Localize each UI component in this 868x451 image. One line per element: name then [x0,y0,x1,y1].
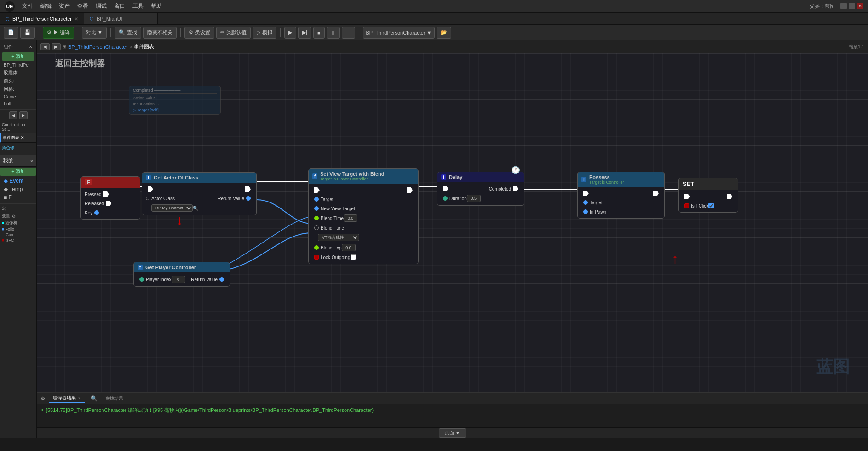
ue-logo[interactable]: UE [5,1,15,12]
minimize-button[interactable]: ─ [840,3,847,9]
node-f-input[interactable]: F Pressed Released Key [80,176,140,220]
tab-find-results[interactable]: 查找结果 [101,394,127,403]
find-button[interactable]: 🔍 查找 [115,27,141,39]
class-settings-button[interactable]: ⚙ 类设置 [184,27,214,39]
player-index-input[interactable] [172,276,185,283]
blend-exp-input[interactable] [342,244,356,251]
pin-set-exec-in[interactable] [684,194,690,199]
tab-bp-thirdperson[interactable]: ⬡ BP_ThirdPersonCharacter ✕ [0,13,84,24]
add-component-button[interactable]: + 添加 [2,52,34,61]
play-single-button[interactable]: ▶| [298,27,311,39]
play-button[interactable]: ▶ [284,27,296,39]
menu-debug[interactable]: 调试 [96,2,107,10]
var-settings-btn[interactable]: ⚙ [12,214,16,219]
actor-class-search[interactable]: 🔍 [193,206,198,211]
menu-view[interactable]: 查看 [77,2,88,10]
lock-outgoing-checkbox[interactable] [351,254,356,260]
pin-set-view-exec-out[interactable] [407,187,413,193]
my-panel-close[interactable]: ✕ [30,159,34,163]
pin-possess-pawn-in[interactable] [583,209,588,214]
pin-get-actor-exec-in[interactable] [148,186,153,192]
menu-file[interactable]: 文件 [22,2,33,10]
pin-set-view-exec-in[interactable] [314,187,320,193]
blend-func-dropdown[interactable]: VT混合线性 [318,234,359,241]
compiler-close[interactable]: ✕ [78,396,81,400]
save-button[interactable]: 💾 [20,27,35,39]
components-close[interactable]: ✕ [29,45,33,49]
menu-window[interactable]: 窗口 [114,2,125,10]
pin-blend-func-in[interactable] [314,226,319,230]
hide-unrelated-button[interactable]: 隐藏不相关 [143,27,177,39]
is-fclick-checkbox[interactable] [708,203,714,208]
menu-tools[interactable]: 工具 [132,2,144,10]
sidebar-item-bp[interactable]: BP_ThirdPe [2,62,34,69]
breadcrumb-root[interactable]: BP_ThirdPersonCharacter [68,44,127,50]
pin-pressed-out[interactable] [103,191,109,197]
breadcrumb-forward[interactable]: ▶ [52,43,61,50]
new-button[interactable]: 📄 [4,27,18,39]
close-button[interactable]: ✕ [857,3,863,9]
pin-blend-time-in[interactable] [314,216,319,220]
actor-class-dropdown[interactable]: BP My Charact... [151,204,193,212]
tab-compiler-results[interactable]: 编译器结果 ✕ [49,394,85,403]
sidebar-item-camera[interactable]: Came [2,93,34,100]
event-graph-tab[interactable]: 事件图表 ✕ [0,133,36,143]
simulate-button[interactable]: ▷ 模拟 [253,27,276,39]
pin-blend-exp-in[interactable] [314,245,319,250]
pause-button[interactable]: ⏸ [327,27,340,39]
blueprint-canvas[interactable]: 返回主控制器 ↑ [37,53,868,392]
diff-button[interactable]: 对比 ▼ [82,27,107,39]
pin-released-out[interactable] [106,201,111,206]
browse-button[interactable]: 📂 [437,27,451,39]
blueprint-dropdown[interactable]: BP_ThirdPersonCharacter ▼ [363,27,435,39]
my-item-temp[interactable]: ◆ Temp [0,185,36,193]
extra-button[interactable]: ⋯ [342,27,355,39]
menu-asset[interactable]: 资产 [59,2,70,10]
my-item-event[interactable]: ◆ Event [0,177,36,185]
sidebar-item-follow[interactable]: Foll [2,100,34,107]
compile-button[interactable]: ⚙ ▶ 编译 [43,27,74,39]
nav-back[interactable]: ◀ [9,111,17,119]
pin-is-fclick-in[interactable] [684,203,689,208]
pin-possess-target-in[interactable] [583,200,588,205]
node-get-player-ctrl[interactable]: f Get Player Controller Player Index Ret… [133,262,230,287]
sidebar-item-capsule[interactable]: 胶囊体: [2,69,34,77]
node-delay[interactable]: 🕐 f Delay Completed Duration [437,172,524,206]
maximize-button[interactable]: □ [849,3,855,9]
stop-button[interactable]: ■ [313,27,325,39]
tab-close-1[interactable]: ✕ [75,17,78,22]
tab-bp-mianui[interactable]: ⬡ BP_MianUI [84,13,158,24]
page-button[interactable]: 页面 ▼ [439,428,466,438]
construction-script-tab[interactable]: Construction Sc... [0,121,36,133]
pin-ctrl-return[interactable] [219,277,224,282]
pin-player-index-in[interactable] [139,277,144,282]
pin-key-out[interactable] [94,210,99,215]
nav-forward[interactable]: ▶ [19,111,28,119]
add-my-button[interactable]: + 添加 [0,168,36,176]
pin-return-value[interactable] [246,196,251,201]
pin-duration-in[interactable] [443,196,448,201]
menu-edit[interactable]: 编辑 [40,2,52,10]
pin-possess-exec-in[interactable] [583,191,589,196]
pin-delay-exec-in[interactable] [443,186,448,191]
pin-possess-exec-out[interactable] [653,191,659,196]
node-set-view-target[interactable]: f Set View Target with Blend Target is P… [308,168,419,264]
node-get-actor[interactable]: f Get Actor Of Class Actor Class Return … [142,172,257,215]
pin-actor-class-in[interactable] [146,197,149,200]
class-defaults-button[interactable]: ✏ 类默认值 [216,27,251,39]
blend-time-input[interactable] [344,214,357,222]
duration-input[interactable] [467,195,481,202]
pin-lock-outgoing-in[interactable] [314,255,319,260]
my-item-f[interactable]: ■ F [0,193,36,202]
node-set[interactable]: SET Is FClick [678,178,738,213]
breadcrumb-back[interactable]: ◀ [40,43,50,50]
sidebar-item-arrow[interactable]: 前头: [2,77,34,85]
sidebar-item-mesh[interactable]: 网格: [2,85,34,93]
pin-get-actor-exec-out[interactable] [245,186,251,192]
menu-help[interactable]: 帮助 [151,2,162,10]
pin-new-view-target-in[interactable] [314,206,319,211]
node-possess[interactable]: f Possess Target is Controller Target [577,172,665,219]
pin-target-in[interactable] [314,197,319,202]
pin-set-exec-out[interactable] [727,194,732,199]
pin-delay-completed-out[interactable] [513,186,518,191]
